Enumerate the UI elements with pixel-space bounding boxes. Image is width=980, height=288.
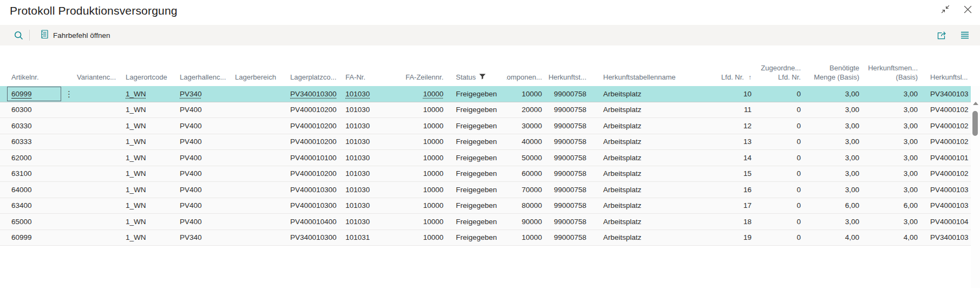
cell-benoetigte-menge-basis: 3,00 xyxy=(805,150,864,166)
cell-lagerortcode: 1_WN xyxy=(125,214,179,230)
column-header-fa-nr[interactable]: FA-Nr. xyxy=(344,73,395,86)
cell-value: PV340 xyxy=(180,90,202,98)
table-row[interactable]: 603331_WNPV400PV40001020010103010000Frei… xyxy=(0,134,980,150)
open-transport-order-button[interactable]: Fahrbefehl öffnen xyxy=(41,30,110,41)
search-icon[interactable] xyxy=(14,31,23,40)
cell-value: 60000 xyxy=(521,169,542,178)
cell-herkunftsmenge-basis: 3,00 xyxy=(864,118,922,134)
cell-status: Freigegeben xyxy=(448,230,506,246)
column-header-line: Herkunftsmen... xyxy=(868,64,918,73)
row-menu-icon[interactable]: ⋮ xyxy=(65,90,73,98)
cell-lagerplatzcode: PV400010200 xyxy=(289,166,344,182)
collapse-icon[interactable] xyxy=(940,4,950,14)
cell-lagerhallencode[interactable]: PV340 xyxy=(179,86,234,102)
cell-value: 6,00 xyxy=(904,201,918,210)
cell-fa-zeilennr: 10000 xyxy=(395,182,448,198)
cell-lagerplatzcode: PV400010200 xyxy=(289,134,344,150)
column-header-line: Herkunftsl... xyxy=(930,73,968,82)
column-header-herkunftsl[interactable]: Herkunftsl... xyxy=(922,73,980,86)
cell-value: 99000758 xyxy=(554,138,586,146)
column-header-label: Variantenc... xyxy=(77,73,116,82)
column-header-line: Benötigte xyxy=(829,64,859,73)
cell-lagerortcode: 1_WN xyxy=(125,198,179,214)
column-header-label: Zugeordne... xyxy=(761,64,801,73)
column-header-line: Herkunftst... xyxy=(548,73,586,82)
cell-value: 0 xyxy=(796,169,801,178)
table-row[interactable]: 631001_WNPV400PV40001020010103010000Frei… xyxy=(0,166,980,182)
cell-value: PV400010300 xyxy=(290,201,337,210)
cell-value: Freigegeben xyxy=(456,233,497,241)
cell-fa-nr[interactable]: 101030 xyxy=(344,86,395,102)
cell-komponente: 30000 xyxy=(506,118,546,134)
cell-value: 10000 xyxy=(423,233,443,241)
table-row[interactable]: 634001_WNPV400PV40001030010103010000Frei… xyxy=(0,198,980,214)
cell-value: PV400010200 xyxy=(290,106,337,114)
column-header-benoetigte-menge-basis[interactable]: BenötigteMenge (Basis) xyxy=(805,64,864,86)
cell-lagerplatzcode: PV400010300 xyxy=(289,182,344,198)
cell-value: 50000 xyxy=(521,154,542,162)
cell-artikelnr[interactable]: 60999 xyxy=(0,86,65,102)
cell-value: 1_WN xyxy=(126,122,146,130)
cell-lagerortcode: 1_WN xyxy=(125,182,179,198)
cell-zugeordnete-lfd-nr: 0 xyxy=(756,150,805,166)
column-header-line: Lagerbereich xyxy=(235,73,276,82)
column-header-line: Herkunftstabellenname xyxy=(603,73,676,82)
cell-komponente: 90000 xyxy=(506,214,546,230)
table-row[interactable]: 603001_WNPV400PV40001020010103010000Frei… xyxy=(0,102,980,119)
cell-lagerhallencode: PV400 xyxy=(179,166,234,182)
column-header-status[interactable]: Status xyxy=(448,73,506,86)
column-header-lagerbereich[interactable]: Lagerbereich xyxy=(234,73,289,86)
cell-fa-zeilennr[interactable]: 10000 xyxy=(395,86,448,102)
table-row[interactable]: 640001_WNPV400PV40001030010103010000Frei… xyxy=(0,182,980,198)
cell-value: 3,00 xyxy=(845,186,859,194)
scrollbar-up-icon[interactable] xyxy=(973,102,978,105)
table-row[interactable]: 620001_WNPV400PV40001010010103010000Frei… xyxy=(0,150,980,166)
column-header-herkunftst[interactable]: Herkunftst... xyxy=(546,73,591,86)
table-row[interactable]: 609991_WNPV340PV34001030010103110000Frei… xyxy=(0,230,980,246)
list-icon[interactable] xyxy=(961,31,969,39)
cell-value: 10000 xyxy=(423,169,443,178)
cell-value: 1_WN xyxy=(126,218,146,226)
cell-value: 18 xyxy=(743,218,752,226)
column-header-variantencode[interactable]: Variantenc... xyxy=(76,73,125,86)
cell-herkunftsmenge-basis: 4,00 xyxy=(864,230,922,246)
scrollbar-thumb[interactable] xyxy=(972,111,978,136)
cell-lagerplatzcode[interactable]: PV340010300 xyxy=(289,86,344,102)
vertical-scrollbar[interactable] xyxy=(971,86,980,288)
cell-value: 12 xyxy=(743,122,752,130)
column-header-line: Menge (Basis) xyxy=(814,73,859,82)
column-header-lfd-nr[interactable]: Lfd. Nr.↑ xyxy=(720,73,756,86)
cell-herkunftst: 99000758 xyxy=(546,118,591,134)
cell-variantencode xyxy=(76,102,125,118)
cell-benoetigte-menge-basis: 6,00 xyxy=(805,198,864,214)
cell-herkunftst: 99000758 xyxy=(546,230,591,246)
cell-zugeordnete-lfd-nr: 0 xyxy=(756,198,805,214)
table-row[interactable]: 603301_WNPV400PV40001020010103010000Frei… xyxy=(0,118,980,134)
share-icon[interactable] xyxy=(937,31,948,40)
close-icon[interactable] xyxy=(963,5,972,14)
column-header-line: FA-Nr. xyxy=(345,73,365,82)
cell-benoetigte-menge-basis: 3,00 xyxy=(805,86,864,102)
column-header-herkunftsmenge-basis[interactable]: Herkunftsmen...(Basis) xyxy=(864,64,922,86)
cell-value: 101031 xyxy=(345,233,370,241)
table-row[interactable]: 650001_WNPV400PV40001040010103010000Frei… xyxy=(0,214,980,230)
cell-lfd-nr: 19 xyxy=(720,230,756,246)
cell-lagerortcode[interactable]: 1_WN xyxy=(125,86,179,102)
column-header-komponente[interactable]: Komponen... xyxy=(506,73,546,86)
column-header-label: Status xyxy=(456,73,476,82)
column-header-label: Herkunftsl... xyxy=(930,73,968,82)
column-header-zugeordnete-lfd-nr[interactable]: Zugeordne...Lfd. Nr. xyxy=(756,64,805,86)
filter-icon[interactable] xyxy=(479,73,486,82)
column-header-herkunftstabellenname[interactable]: Herkunftstabellenname xyxy=(591,73,720,86)
column-header-artikelnr[interactable]: Artikelnr. xyxy=(0,73,65,86)
cell-herkunftsmenge-basis: 3,00 xyxy=(864,150,922,166)
cell-herkunftst: 99000758 xyxy=(546,86,591,102)
cell-status: Freigegeben xyxy=(448,166,506,182)
column-header-fa-zeilennr[interactable]: FA-Zeilennr. xyxy=(395,73,448,86)
column-header-lagerortcode[interactable]: Lagerortcode xyxy=(125,73,179,86)
column-header-lagerhallencode[interactable]: Lagerhallenc... xyxy=(179,73,234,86)
cell-lfd-nr: 17 xyxy=(720,198,756,214)
table-row[interactable]: 60999⋮1_WNPV340PV34001030010103010000Fre… xyxy=(0,86,980,102)
column-header-lagerplatzcode[interactable]: Lagerplatzco... xyxy=(289,73,344,86)
column-header-row-menu[interactable] xyxy=(65,82,76,86)
